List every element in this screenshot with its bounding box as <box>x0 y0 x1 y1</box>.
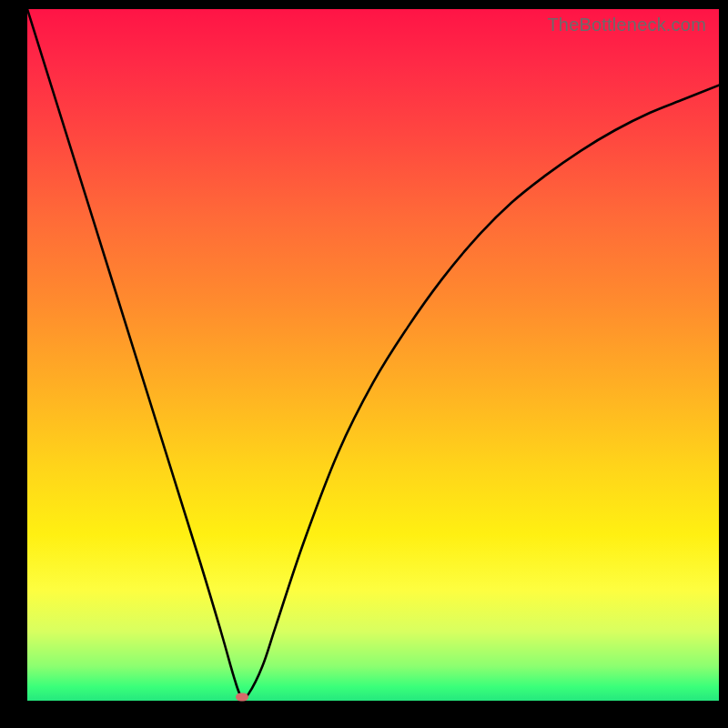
bottleneck-curve <box>27 9 719 701</box>
optimum-marker <box>236 693 248 702</box>
watermark: TheBottleneck.com <box>547 15 706 35</box>
plot-area: TheBottleneck.com <box>27 9 719 701</box>
chart-outer: TheBottleneck.com <box>0 0 728 728</box>
